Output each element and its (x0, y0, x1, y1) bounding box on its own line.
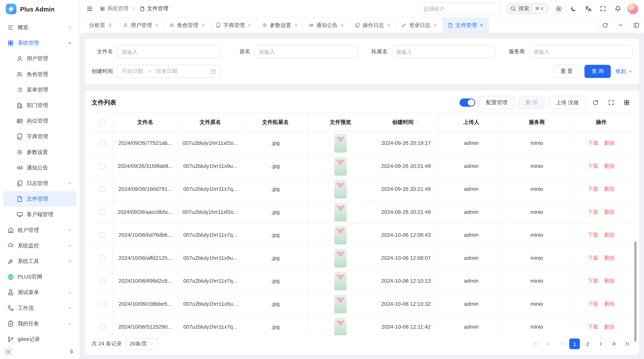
table-fullscreen-button[interactable] (605, 97, 617, 108)
delete-link[interactable]: 删除 (604, 277, 615, 285)
sidebar-collapse-button[interactable] (4, 348, 12, 356)
global-search[interactable]: 搜索 ⌘ K (505, 2, 549, 15)
page-number-button[interactable]: 2 (582, 339, 593, 349)
file-preview-thumb[interactable] (334, 203, 347, 222)
sidebar-item-plus-site[interactable]: PLUS官网 (3, 269, 76, 285)
sidebar-item-system-tools[interactable]: 系统工具 (3, 254, 76, 269)
sidebar-item-overview[interactable]: 概览 (3, 20, 76, 35)
tenant-select[interactable] (419, 2, 501, 15)
file-preview-thumb[interactable] (334, 249, 347, 268)
close-icon[interactable] (433, 23, 438, 27)
download-link[interactable]: 下载 (588, 185, 598, 193)
reset-button[interactable]: 重 置 (554, 65, 580, 78)
tab-dict-management[interactable]: 字典管理 (211, 18, 257, 33)
tab-login-log[interactable]: 登录日志 (396, 18, 443, 33)
column-settings-button[interactable] (621, 97, 632, 108)
sidebar-item-notice[interactable]: 通知公告 (3, 160, 76, 176)
close-icon[interactable] (294, 23, 298, 27)
settings-button[interactable] (553, 3, 564, 14)
file-preview-thumb[interactable] (334, 295, 347, 314)
download-link[interactable]: 下载 (588, 208, 598, 216)
tab-analysis[interactable]: 分析页 (84, 18, 118, 33)
upload-button[interactable]: 上传 没做 (549, 96, 586, 109)
delete-link[interactable]: 删除 (604, 323, 615, 330)
delete-link[interactable]: 删除 (604, 139, 615, 147)
download-link[interactable]: 下载 (588, 300, 598, 308)
delete-link[interactable]: 删除 (604, 208, 615, 216)
file-preview-thumb[interactable] (334, 225, 347, 244)
refresh-table-button[interactable] (590, 97, 601, 108)
file-preview-thumb[interactable] (334, 134, 347, 152)
sidebar-item-role-management[interactable]: 角色管理 (3, 66, 76, 82)
sidebar-item-tenant-management[interactable]: 租户管理 (3, 222, 76, 238)
tab-actions-dropdown[interactable] (613, 18, 628, 33)
page-number-button[interactable]: 1 (569, 339, 580, 349)
delete-link[interactable]: 删除 (604, 254, 615, 262)
select-all-checkbox[interactable] (99, 119, 105, 125)
download-link[interactable]: 下载 (588, 254, 598, 262)
layout-panel-button[interactable] (628, 18, 644, 33)
file-name-input[interactable] (117, 45, 220, 58)
first-page-button[interactable] (530, 339, 540, 349)
col-create-time[interactable]: 创建时间 (373, 113, 439, 132)
table-scrollbar[interactable] (634, 241, 637, 342)
sidebar-item-department-management[interactable]: 部门管理 (3, 98, 76, 113)
avatar[interactable] (627, 3, 638, 14)
extension-input[interactable] (392, 45, 495, 58)
prev-pages-button[interactable] (543, 339, 554, 349)
close-icon[interactable] (340, 23, 344, 27)
tab-user-management[interactable]: 用户管理 (118, 18, 164, 33)
breadcrumb-item-file[interactable]: 文件管理 (140, 5, 168, 12)
file-preview-thumb[interactable] (334, 179, 347, 198)
file-preview-thumb[interactable] (334, 271, 347, 290)
tab-param-settings[interactable]: 参数设置 (257, 18, 304, 33)
delete-link[interactable]: 删除 (604, 185, 615, 193)
row-checkbox[interactable] (99, 232, 105, 238)
row-checkbox[interactable] (99, 278, 105, 284)
sidebar-item-dict-management[interactable]: 字典管理 (3, 129, 76, 144)
close-icon[interactable] (154, 23, 159, 27)
sidebar-item-menu-management[interactable]: 菜单管理 (3, 82, 76, 98)
sidebar-item-file-management[interactable]: 文件管理 (3, 191, 76, 207)
row-checkbox[interactable] (99, 186, 105, 192)
close-icon[interactable] (247, 23, 252, 27)
sidebar-toggle-button[interactable] (84, 3, 95, 14)
search-button[interactable]: 查 询 (584, 65, 611, 78)
last-page-button[interactable] (622, 339, 632, 349)
sort-carets[interactable] (416, 119, 420, 125)
provider-input[interactable] (529, 45, 632, 58)
file-preview-thumb[interactable] (334, 157, 347, 176)
row-checkbox[interactable] (99, 140, 105, 146)
sidebar-item-test-menu[interactable]: 测试菜单 (3, 285, 76, 300)
delete-button[interactable]: 删 除 (518, 96, 545, 109)
close-icon[interactable] (479, 23, 484, 27)
sidebar-item-client-management[interactable]: 客户端管理 (3, 207, 76, 222)
original-name-input[interactable] (254, 45, 358, 58)
notifications-button[interactable] (612, 3, 623, 14)
tab-file-management[interactable]: 文件管理 (443, 18, 489, 33)
row-checkbox[interactable] (99, 324, 105, 330)
sidebar-item-post-management[interactable]: 岗位管理 (3, 113, 76, 129)
collapse-filter-link[interactable]: 收起 (616, 68, 632, 75)
download-link[interactable]: 下载 (588, 139, 598, 147)
download-link[interactable]: 下载 (588, 323, 598, 330)
file-preview-thumb[interactable] (334, 317, 347, 335)
page-size-select[interactable]: 20条/页 (126, 338, 158, 350)
sidebar-item-user-management[interactable]: 用户管理 (3, 51, 76, 66)
tab-operation-log[interactable]: 操作日志 (350, 18, 396, 33)
prev-page-button[interactable] (556, 339, 567, 349)
row-checkbox[interactable] (99, 209, 105, 215)
sidebar-item-param-settings[interactable]: 参数设置 (3, 144, 76, 160)
sidebar-item-workflow[interactable]: 工作流 (3, 300, 76, 316)
dark-mode-button[interactable] (568, 3, 579, 14)
config-management-button[interactable]: 配置管理 (479, 96, 514, 109)
row-checkbox[interactable] (99, 255, 105, 261)
download-link[interactable]: 下载 (588, 231, 598, 239)
close-icon[interactable] (201, 23, 205, 27)
sidebar-pin-button[interactable] (68, 348, 76, 356)
search-visibility-toggle[interactable] (460, 98, 475, 107)
close-icon[interactable] (386, 23, 391, 27)
tab-role-management[interactable]: 角色管理 (164, 18, 210, 33)
delete-link[interactable]: 删除 (604, 162, 615, 170)
download-link[interactable]: 下载 (588, 277, 598, 285)
